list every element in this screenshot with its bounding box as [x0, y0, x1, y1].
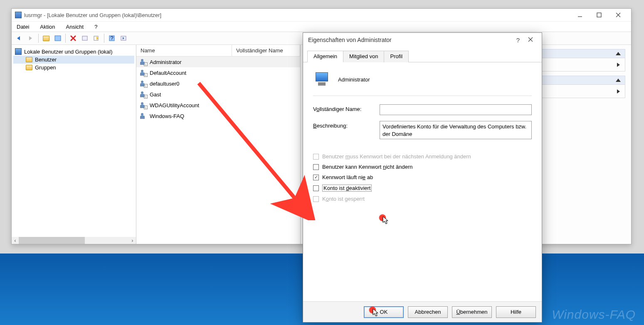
dialog-body: Administrator Vollständiger Name: Beschr…	[303, 62, 542, 301]
scroll-left-icon[interactable]: ‹	[12, 237, 19, 244]
checkbox-label: Benutzer muss Kennwort bei der nächsten …	[322, 153, 471, 160]
toolbar-separator	[38, 34, 39, 43]
user-icon: ↓	[140, 69, 147, 76]
app-icon	[15, 12, 22, 18]
apply-button[interactable]: Übernehmen	[452, 306, 492, 318]
checkbox[interactable]: ✓	[313, 175, 319, 180]
help-button[interactable]: Hilfe	[496, 306, 536, 318]
checkbox[interactable]	[313, 185, 319, 191]
tree-pane: Lokale Benutzer und Gruppen (lokal) Benu…	[12, 45, 136, 244]
back-button[interactable]	[14, 33, 24, 43]
tab-member[interactable]: Mitglied von	[343, 51, 384, 62]
folder-icon	[26, 57, 32, 62]
label-fullname: Vollständiger Name:	[313, 104, 375, 112]
checkbox-label: Kennwort läuft nie ab	[322, 174, 373, 180]
label-description: Beschreibung:	[313, 121, 375, 129]
dialog-close-button[interactable]	[524, 37, 537, 43]
cell-name: Gast	[150, 91, 161, 98]
menu-view[interactable]: Ansicht	[64, 23, 86, 31]
tree-item-label: Benutzer	[35, 57, 57, 63]
help-button[interactable]: ?	[107, 33, 117, 43]
user-icon: ↓	[140, 91, 147, 98]
menu-help[interactable]: ?	[93, 23, 99, 31]
list-header: Name Vollständiger Name	[136, 45, 300, 57]
checkbox	[313, 154, 319, 160]
list-row[interactable]: ↓WDAGUtilityAccount	[136, 100, 300, 111]
dialog-title: Eigenschaften von Administrator	[308, 37, 512, 43]
list-row[interactable]: Windows-FAQ	[136, 111, 300, 121]
menu-file[interactable]: Datei	[15, 23, 31, 31]
refresh-button[interactable]	[118, 33, 128, 43]
forward-button[interactable]	[26, 33, 36, 43]
col-fullname[interactable]: Vollständiger Name	[232, 45, 300, 56]
checkbox-label: Konto ist gesperrt	[322, 196, 365, 202]
export-button[interactable]	[91, 33, 101, 43]
svg-rect-4	[55, 36, 61, 41]
collapse-icon	[616, 79, 621, 82]
scroll-right-icon[interactable]: ›	[129, 237, 136, 244]
input-fullname[interactable]	[380, 104, 532, 115]
ok-button[interactable]: OK	[364, 306, 404, 318]
svg-rect-7	[82, 36, 87, 40]
chevron-right-icon	[617, 63, 620, 67]
scroll-thumb[interactable]	[19, 237, 85, 244]
list-row[interactable]: ↓Gast	[136, 89, 300, 100]
listview-button[interactable]	[53, 33, 63, 43]
check-disabled[interactable]: Konto ist deaktiviert	[313, 185, 532, 192]
scroll-track[interactable]	[19, 237, 129, 244]
input-description[interactable]: Vordefiniertes Konto für die Verwaltung …	[380, 121, 532, 139]
window-title: lusrmgr - [Lokale Benutzer und Gruppen (…	[24, 12, 570, 18]
dialog-buttons: OK Abbrechen Übernehmen Hilfe	[303, 301, 542, 322]
row-description: Beschreibung: Vordefiniertes Konto für d…	[313, 121, 532, 139]
minimize-button[interactable]	[570, 9, 590, 21]
chevron-right-icon	[617, 89, 620, 94]
tab-general[interactable]: Allgemein	[307, 51, 343, 62]
delete-button[interactable]	[68, 33, 78, 43]
tree-item-benutzer[interactable]: Benutzer	[13, 56, 134, 64]
cell-name: defaultuser0	[150, 81, 180, 87]
maximize-button[interactable]	[590, 9, 609, 21]
svg-text:?: ?	[110, 35, 113, 41]
dialog-titlebar[interactable]: Eigenschaften von Administrator ?	[303, 33, 542, 47]
tab-profile[interactable]: Profil	[384, 51, 409, 62]
computer-icon	[15, 48, 22, 55]
list-pane: Name Vollständiger Name ↓Administrator ↓…	[136, 45, 301, 244]
cell-name: Windows-FAQ	[150, 113, 184, 119]
col-name[interactable]: Name	[136, 45, 232, 56]
cancel-button[interactable]: Abbrechen	[408, 306, 448, 318]
toolbar-separator	[65, 34, 66, 43]
user-icon	[140, 112, 147, 120]
checkbox-label: Benutzer kann Kennwort nicht ändern	[322, 164, 413, 170]
svg-rect-1	[597, 13, 601, 17]
folder-icon	[43, 36, 49, 41]
up-button[interactable]	[41, 33, 51, 43]
titlebar[interactable]: lusrmgr - [Lokale Benutzer und Gruppen (…	[12, 9, 631, 21]
cell-name: Administrator	[150, 59, 182, 65]
checkbox[interactable]	[313, 164, 319, 170]
check-neverexpire[interactable]: ✓ Kennwort läuft nie ab	[313, 174, 532, 180]
list-row[interactable]: ↓Administrator	[136, 57, 300, 67]
check-cannotchange[interactable]: Benutzer kann Kennwort nicht ändern	[313, 164, 532, 170]
properties-button[interactable]	[80, 33, 90, 43]
tree-hscrollbar[interactable]: ‹ ›	[12, 237, 136, 244]
watermark: Windows-FAQ	[552, 308, 636, 322]
folder-icon	[26, 65, 32, 70]
close-button[interactable]	[609, 9, 628, 21]
check-locked: Konto ist gesperrt	[313, 196, 532, 202]
tree-item-gruppen[interactable]: Gruppen	[13, 64, 134, 71]
list-row[interactable]: ↓defaultuser0	[136, 78, 300, 89]
tabstrip: Allgemein Mitglied von Profil	[303, 47, 542, 62]
tree-root[interactable]: Lokale Benutzer und Gruppen (lokal)	[13, 47, 134, 56]
tree-root-label: Lokale Benutzer und Gruppen (lokal)	[24, 49, 112, 55]
checkbox	[313, 196, 319, 202]
dialog-help-button[interactable]: ?	[512, 37, 524, 44]
checkbox-label: Konto ist deaktiviert	[322, 185, 372, 192]
check-mustchange: Benutzer muss Kennwort bei der nächsten …	[313, 153, 532, 160]
menubar: Datei Aktion Ansicht ?	[12, 21, 631, 32]
user-icon: ↓	[140, 58, 147, 66]
collapse-icon	[616, 52, 621, 55]
user-icon: ↓	[140, 80, 147, 87]
list-row[interactable]: ↓DefaultAccount	[136, 67, 300, 78]
user-large-icon	[313, 71, 331, 88]
menu-action[interactable]: Aktion	[38, 23, 57, 31]
